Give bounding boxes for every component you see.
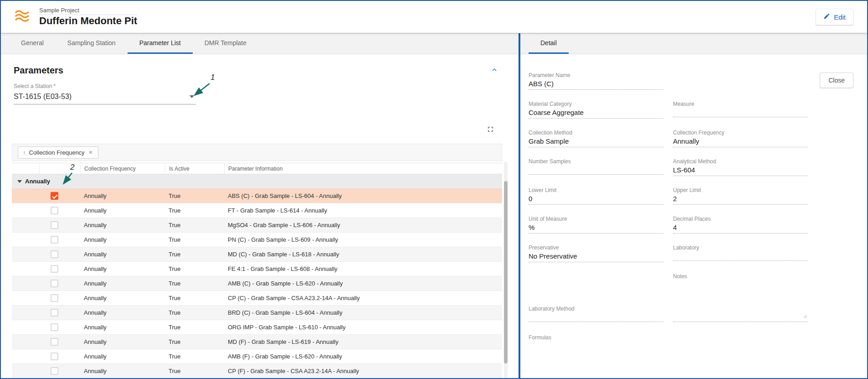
table-row[interactable]: Annually True MgSO4 - Grab Sample - LS-6…	[12, 218, 502, 233]
table-row[interactable]: Annually True FT - Grab Sample - LS-614 …	[12, 203, 502, 218]
row-is-active: True	[165, 236, 224, 243]
row-collection-frequency: Annually	[80, 222, 165, 228]
table-row[interactable]: Annually True CP (F) - Grab Sample - CSA…	[12, 364, 502, 378]
row-checkbox[interactable]	[51, 367, 58, 375]
row-is-active: True	[165, 207, 224, 214]
row-checkbox[interactable]	[51, 323, 58, 331]
annotation-arrow-1	[195, 83, 210, 95]
station-select[interactable]: Select a Station * ST-1615 (E03-53)	[14, 83, 196, 104]
row-is-active: True	[165, 251, 224, 258]
scrollbar-thumb[interactable]	[504, 181, 508, 363]
parameters-section-title: Parameters	[14, 65, 63, 76]
field-notes[interactable]: Notes	[673, 274, 808, 322]
row-is-active: True	[165, 309, 224, 316]
table-row[interactable]: Annually True CP (C) - Grab Sample - CSA…	[12, 291, 502, 306]
field-collection-frequency: Collection Frequency Annually	[673, 130, 808, 159]
remove-group-icon[interactable]: ×	[88, 149, 93, 156]
row-parameter-information: FE 4:1 - Grab Sample - LS-608 - Annually	[224, 265, 502, 272]
table-row[interactable]: Annually True ORG IMP - Grab Sample - LS…	[12, 320, 502, 335]
row-checkbox[interactable]	[51, 353, 58, 360]
row-checkbox[interactable]	[51, 265, 58, 273]
row-collection-frequency: Annually	[80, 251, 165, 258]
project-tabs: General Sampling Station Parameter List …	[1, 33, 519, 54]
parameter-list-panel: General Sampling Station Parameter List …	[1, 33, 519, 378]
field-measure: Measure	[673, 101, 808, 130]
row-collection-frequency: Annually	[80, 207, 165, 214]
table-scrollbar[interactable]	[504, 162, 508, 378]
app-logo-icon	[15, 9, 31, 25]
group-expand-icon	[17, 180, 22, 183]
tab-detail[interactable]: Detail	[529, 33, 569, 54]
row-checkbox[interactable]	[51, 221, 58, 229]
parameter-table: Collection Frequency Is Active Parameter…	[12, 163, 502, 378]
table-row[interactable]: Annually True AMB (F) - Grab Sample - LS…	[12, 349, 502, 364]
row-checkbox[interactable]	[51, 207, 58, 214]
row-parameter-information: BRD (C) - Grab Sample - LS-604 - Annuall…	[224, 309, 502, 316]
tab-dmr-template[interactable]: DMR Template	[193, 33, 258, 54]
group-row-annually[interactable]: Annually	[12, 174, 502, 189]
sort-ascending-icon: ↑	[23, 149, 26, 156]
table-row[interactable]: Annually True PN (C) - Grab Sample - LS-…	[12, 233, 502, 247]
row-checkbox[interactable]	[51, 294, 58, 302]
table-row[interactable]: Annually True ABS (C) - Grab Sample - LS…	[12, 189, 502, 203]
row-is-active: True	[165, 280, 224, 287]
group-chip-label: Collection Frequency	[29, 149, 85, 156]
field-parameter-name: Parameter Name ABS (C)	[529, 73, 663, 101]
row-is-active: True	[165, 324, 224, 331]
row-checkbox[interactable]	[51, 250, 58, 258]
row-is-active: True	[165, 222, 224, 228]
group-chip-collection-frequency[interactable]: ↑ Collection Frequency ×	[18, 146, 98, 159]
table-row[interactable]: Annually True FE 4:1 - Grab Sample - LS-…	[12, 262, 502, 276]
tab-sampling-station[interactable]: Sampling Station	[56, 33, 128, 54]
row-collection-frequency: Annually	[80, 309, 165, 316]
row-checkbox[interactable]	[51, 338, 58, 346]
field-laboratory: Laboratory	[673, 245, 808, 274]
row-parameter-information: AMB (C) - Grab Sample - LS-620 - Annuall…	[224, 280, 502, 287]
row-is-active: True	[165, 265, 224, 272]
close-button[interactable]: Close	[820, 73, 853, 88]
column-group-indent	[12, 163, 39, 174]
row-parameter-information: ORG IMP - Grab Sample - LS-610 - Annuall…	[224, 324, 502, 331]
row-is-active: True	[165, 192, 224, 199]
row-checkbox[interactable]	[51, 280, 58, 287]
detail-tabs: Detail	[520, 33, 867, 54]
row-checkbox[interactable]	[51, 236, 58, 244]
field-upper-limit: Upper Limit 2	[673, 187, 808, 216]
row-parameter-information: CP (F) - Grab Sample - CSA A23.2-14A - A…	[224, 368, 502, 374]
detail-panel: Detail Close Parameter Name ABS (C) Mate…	[520, 33, 867, 378]
field-material-category: Material Category Coarse Aggregate	[529, 101, 663, 130]
textarea-resize-icon[interactable]	[803, 312, 807, 320]
column-checkbox	[39, 163, 80, 174]
table-row[interactable]: Annually True MD (C) - Grab Sample - LS-…	[12, 247, 502, 262]
group-by-bar: ↑ Collection Frequency ×	[12, 144, 502, 161]
row-is-active: True	[165, 353, 224, 360]
column-parameter-information: Parameter Information	[224, 163, 502, 174]
field-preservative: Preservative No Preservative	[529, 245, 663, 274]
app-header: Sample Project Dufferin Medonte Pit Edit	[1, 1, 867, 33]
tab-parameter-list[interactable]: Parameter List	[128, 33, 193, 54]
page-title: Dufferin Medonte Pit	[39, 15, 137, 27]
parameter-rows: Annually True ABS (C) - Grab Sample - LS…	[12, 189, 502, 378]
row-collection-frequency: Annually	[80, 338, 165, 345]
table-row[interactable]: Annually True AMB (C) - Grab Sample - LS…	[12, 276, 502, 291]
field-number-samples: Number Samples	[529, 159, 663, 187]
tab-general[interactable]: General	[9, 33, 56, 54]
row-checkbox[interactable]	[51, 192, 58, 200]
row-collection-frequency: Annually	[80, 236, 165, 243]
fullscreen-icon[interactable]	[486, 125, 495, 135]
field-analytical-method: Analytical Method LS-604	[673, 159, 808, 187]
table-header-row: Collection Frequency Is Active Parameter…	[12, 163, 502, 174]
edit-button-label: Edit	[834, 13, 846, 21]
field-decimal-places: Decimal Places 4	[673, 216, 808, 245]
row-parameter-information: AMB (F) - Grab Sample - LS-620 - Annuall…	[224, 353, 502, 360]
edit-button[interactable]: Edit	[816, 9, 853, 25]
table-row[interactable]: Annually True MD (F) - Grab Sample - LS-…	[12, 335, 502, 349]
row-parameter-information: PN (C) - Grab Sample - LS-609 - Annually	[224, 236, 502, 243]
row-is-active: True	[165, 295, 224, 301]
table-row[interactable]: Annually True BRD (C) - Grab Sample - LS…	[12, 306, 502, 320]
collapse-section-icon[interactable]	[490, 66, 498, 76]
row-checkbox[interactable]	[51, 309, 58, 317]
row-parameter-information: ABS (C) - Grab Sample - LS-604 - Annuall…	[224, 192, 502, 199]
row-parameter-information: MD (C) - Grab Sample - LS-618 - Annually	[224, 251, 502, 258]
group-row-label: Annually	[25, 178, 50, 185]
